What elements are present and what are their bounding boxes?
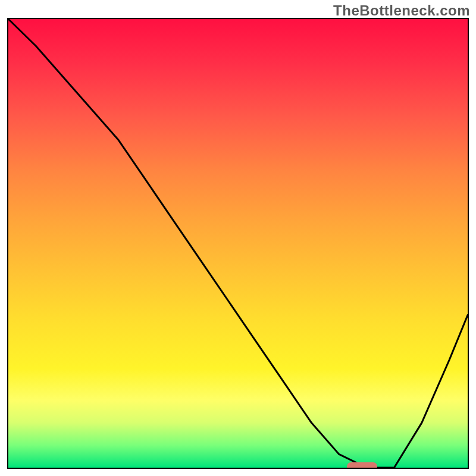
optimal-marker bbox=[347, 462, 378, 469]
bottleneck-curve bbox=[8, 19, 468, 468]
plot-area bbox=[7, 18, 469, 469]
chart-frame: TheBottleneck.com bbox=[0, 0, 476, 476]
watermark-label: TheBottleneck.com bbox=[333, 2, 470, 19]
